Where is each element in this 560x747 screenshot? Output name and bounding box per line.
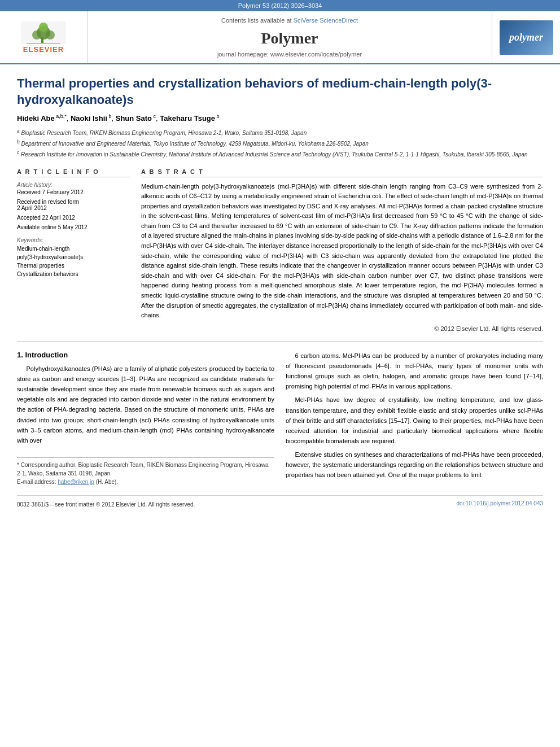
- keyword-3: Thermal properties: [17, 261, 130, 270]
- doi-line: doi:10.1016/j.polymer.2012.04.043: [457, 500, 543, 509]
- affil-2: b Department of Innovative and Engineere…: [17, 138, 543, 148]
- authors-line: Hideki Abe a,b,*, Naoki Ishii b, Shun Sa…: [17, 113, 543, 123]
- intro-para-right-1: 6 carbon atoms. Mcl-PHAs can be produced…: [286, 351, 543, 392]
- footnote-star: * Corresponding author. Bioplastic Resea…: [17, 461, 274, 478]
- svg-point-5: [39, 23, 48, 32]
- article-info-column: A R T I C L E I N F O Article history: R…: [17, 168, 130, 332]
- intro-para-right-3: Extensive studies on syntheses and chara…: [286, 449, 543, 480]
- article-title: Thermal properties and crystallization b…: [17, 76, 543, 108]
- intro-para-1: Polyhydroxyalkanoates (PHAs) are a famil…: [17, 364, 274, 445]
- author-1-sup: a,b,*: [55, 113, 67, 119]
- intro-right-text: 6 carbon atoms. Mcl-PHAs can be produced…: [286, 351, 543, 480]
- accepted-date: Accepted 22 April 2012: [17, 215, 130, 221]
- email-link[interactable]: habe@riken.jp: [58, 479, 94, 485]
- affil-1: a Bioplastic Research Team, RIKEN Biomas…: [17, 128, 543, 137]
- svg-rect-6: [27, 43, 60, 43]
- intro-left-column: 1. Introduction Polyhydroxyalkanoates (P…: [17, 351, 274, 486]
- article-info-heading: A R T I C L E I N F O: [17, 168, 130, 177]
- polymer-badge-area: polymer: [492, 11, 560, 63]
- svg-point-3: [32, 30, 41, 40]
- journal-homepage: journal homepage: www.elsevier.com/locat…: [217, 51, 362, 58]
- svg-point-4: [46, 30, 55, 40]
- footnote-email: E-mail address: habe@riken.jp (H. Abe).: [17, 478, 274, 486]
- main-content: Thermal properties and crystallization b…: [0, 64, 560, 520]
- footnote-area: * Corresponding author. Bioplastic Resea…: [17, 457, 274, 486]
- publisher-logo-area: ELSEVIER: [0, 11, 88, 63]
- issn-line: 0032-3861/$ – see front matter © 2012 El…: [17, 500, 195, 509]
- abstract-column: A B S T R A C T Medium-chain-length poly…: [141, 168, 543, 332]
- keyword-1: Medium-chain-length: [17, 244, 130, 253]
- intro-left-text: Polyhydroxyalkanoates (PHAs) are a famil…: [17, 364, 274, 445]
- author-1: Hideki Abe: [17, 115, 55, 123]
- article-info-abstract-columns: A R T I C L E I N F O Article history: R…: [17, 168, 543, 332]
- keyword-2: poly(3-hydroxyalkanoate)s: [17, 253, 130, 261]
- received-revised-label: Received in revised form 2 April 2012: [17, 199, 130, 211]
- history-label: Article history:: [17, 182, 130, 188]
- author-4-sup: b: [215, 113, 220, 119]
- keywords-section: Keywords: Medium-chain-length poly(3-hyd…: [17, 237, 130, 278]
- sciverse-link[interactable]: SciVerse ScienceDirect: [294, 17, 358, 24]
- intro-right-column: 6 carbon atoms. Mcl-PHAs can be produced…: [286, 351, 543, 486]
- journal-citation: Polymer 53 (2012) 3026–3034: [238, 2, 322, 9]
- available-date: Available online 5 May 2012: [17, 224, 130, 230]
- author-3: Shun Sato: [116, 115, 152, 123]
- keywords-label: Keywords:: [17, 237, 130, 243]
- abstract-heading: A B S T R A C T: [141, 168, 543, 177]
- introduction-section: 1. Introduction Polyhydroxyalkanoates (P…: [17, 351, 543, 486]
- polymer-badge: polymer: [500, 20, 553, 55]
- affil-3: c Research Institute for Innovation in S…: [17, 149, 543, 159]
- journal-title-area: Contents lists available at SciVerse Sci…: [88, 11, 492, 63]
- elsevier-tree-icon: [21, 21, 66, 44]
- author-3-sup: c: [152, 113, 156, 119]
- intro-para-right-2: Mcl-PHAs have low degree of crystallinit…: [286, 395, 543, 446]
- copyright-line: © 2012 Elsevier Ltd. All rights reserved…: [141, 325, 543, 332]
- abstract-text: Medium-chain-length poly(3-hydroxyalkano…: [141, 182, 543, 321]
- section-divider: [17, 341, 543, 342]
- author-4: Takeharu Tsuge: [160, 115, 215, 123]
- received-date: Received 7 February 2012: [17, 189, 130, 195]
- sciverse-label: Contents lists available at SciVerse Sci…: [221, 17, 358, 24]
- elsevier-wordmark: ELSEVIER: [23, 45, 64, 54]
- affiliations-block: a Bioplastic Research Team, RIKEN Biomas…: [17, 128, 543, 159]
- keyword-4: Crystallization behaviors: [17, 270, 130, 278]
- author-2: Naoki Ishii: [71, 115, 107, 123]
- author-2-sup: b: [107, 113, 112, 119]
- elsevier-logo: ELSEVIER: [21, 21, 66, 54]
- journal-header: ELSEVIER Contents lists available at Sci…: [0, 11, 560, 64]
- top-bar: Polymer 53 (2012) 3026–3034: [0, 0, 560, 11]
- journal-title: Polymer: [261, 29, 318, 47]
- bottom-bar: 0032-3861/$ – see front matter © 2012 El…: [17, 495, 543, 509]
- intro-section-title: 1. Introduction: [17, 351, 274, 359]
